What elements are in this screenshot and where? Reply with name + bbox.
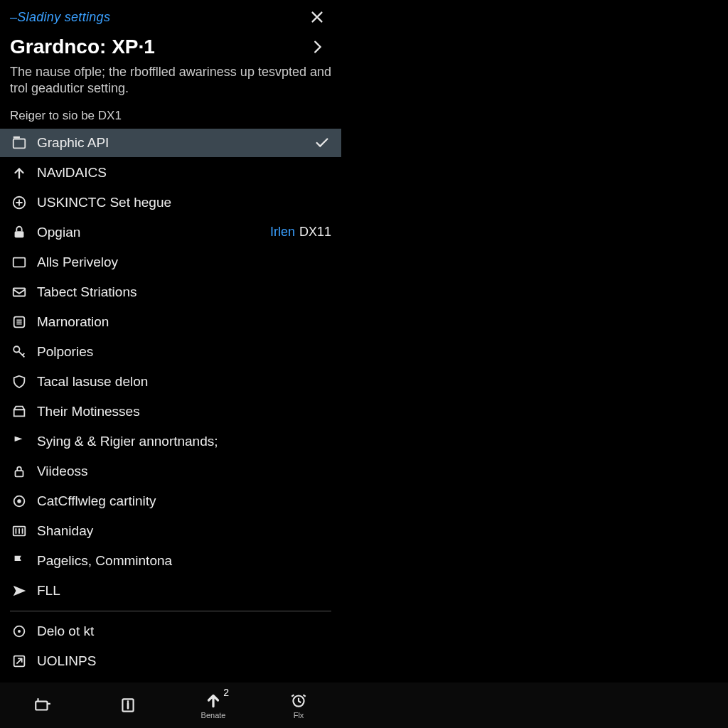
setting-item-uskinctc[interactable]: USKINCTC Set hegue	[0, 188, 341, 217]
clock-icon	[289, 691, 308, 710]
key-icon	[10, 343, 28, 361]
setting-item-marnoration[interactable]: Marnoration	[0, 308, 341, 336]
power-icon	[33, 696, 52, 714]
plus-circle-icon	[10, 193, 28, 212]
item-value: Irlen DX11	[270, 225, 331, 240]
next-button[interactable]	[303, 33, 331, 61]
setting-item-graphic-api[interactable]: Graphic API	[0, 129, 341, 157]
info-icon	[119, 696, 137, 714]
flag2-icon	[10, 552, 28, 570]
setting-item-shaniday[interactable]: Shaniday	[0, 517, 341, 545]
nav-nav3[interactable]: 2 Benate	[171, 682, 256, 728]
setting-item-uolinps[interactable]: UOLINPS	[0, 647, 341, 675]
setting-item-label: Their Motinesses	[37, 404, 140, 419]
setting-item-opgian[interactable]: Opgian Irlen DX11	[0, 218, 341, 247]
setting-item-label: Shaniday	[37, 523, 93, 539]
setting-item-sying[interactable]: Sying & & Rigier annortnands;	[0, 427, 341, 456]
lock2-icon	[10, 462, 28, 481]
upload-icon	[204, 691, 223, 710]
nav-badge: 2	[223, 687, 229, 698]
mail-icon	[10, 283, 28, 301]
setting-item-their[interactable]: Their Motinesses	[0, 397, 341, 426]
setting-item-fll[interactable]: FLL	[0, 577, 341, 605]
setting-item-label: USKINCTC Set hegue	[37, 195, 171, 210]
check-icon	[313, 134, 331, 152]
setting-item-label: FLL	[37, 583, 60, 599]
bars-icon	[10, 522, 28, 540]
circle-icon	[10, 622, 28, 641]
layers-icon	[10, 313, 28, 331]
target-icon	[10, 492, 28, 510]
setting-item-alls[interactable]: Alls Periveloy	[0, 248, 341, 277]
page-title: Grardnco: XP·1	[10, 36, 155, 58]
close-button[interactable]	[303, 3, 331, 31]
setting-item-label: UOLINPS	[37, 653, 96, 669]
setting-item-videoss[interactable]: Viideoss	[0, 457, 341, 486]
box-open-icon	[10, 402, 28, 421]
setting-item-delo[interactable]: Delo ot kt	[0, 617, 341, 646]
nav-nav2[interactable]	[85, 682, 171, 728]
chevron-right-icon	[309, 39, 325, 55]
setting-item-label: Marnoration	[37, 314, 109, 330]
settings-list: Graphic API NAvlDAICS USKINCTC Set hegue…	[0, 129, 341, 605]
nav-nav1[interactable]	[0, 682, 85, 728]
section-subhead: Reiger to sio be DX1	[10, 109, 331, 123]
setting-item-label: Pagelics, Commintona	[37, 553, 172, 569]
flag-icon	[10, 432, 28, 451]
setting-item-label: Opgian	[37, 225, 80, 240]
nav-label: Flx	[294, 711, 304, 719]
setting-item-label: Alls Periveloy	[37, 255, 118, 270]
close-icon	[309, 9, 325, 25]
setting-item-pagelics[interactable]: Pagelics, Commintona	[0, 547, 341, 575]
nav-label: Benate	[201, 711, 226, 719]
window-icon	[10, 134, 28, 152]
setting-item-navdaics[interactable]: NAvlDAICS	[0, 159, 341, 187]
panel-icon	[10, 253, 28, 272]
setting-item-polpories[interactable]: Polpories	[0, 338, 341, 366]
arrow-diag-icon	[10, 652, 28, 670]
setting-item-label: Sying & & Rigier annortnands;	[37, 434, 218, 449]
setting-item-label: NAvlDAICS	[37, 165, 107, 181]
setting-item-label: Viideoss	[37, 464, 87, 479]
setting-item-label: Tabect Striations	[37, 284, 136, 300]
shield-icon	[10, 373, 28, 391]
page-description: The nause ofple; the rbofflled awariness…	[10, 64, 331, 97]
divider	[10, 611, 331, 611]
breadcrumb[interactable]: –Sladiny settings	[10, 10, 110, 25]
setting-item-catcff[interactable]: CatCfflwleg cartinity	[0, 487, 341, 515]
setting-item-label: CatCfflwleg cartinity	[37, 493, 156, 509]
arrow-up-icon	[10, 164, 28, 182]
settings-panel: –Sladiny settings Grardnco: XP·1 The nau…	[0, 0, 341, 682]
setting-item-tabect[interactable]: Tabect Striations	[0, 278, 341, 306]
lock-icon	[10, 223, 28, 242]
nav-nav4[interactable]: Flx	[256, 682, 341, 728]
send-icon	[10, 582, 28, 600]
bottom-nav: 2 Benate Flx	[0, 682, 728, 728]
setting-item-label: Delo ot kt	[37, 623, 94, 639]
setting-item-tacal[interactable]: Tacal lasuse delon	[0, 368, 341, 396]
setting-item-label: Tacal lasuse delon	[37, 374, 148, 390]
setting-item-label: Polpories	[37, 344, 93, 360]
setting-item-label: Graphic API	[37, 135, 109, 151]
